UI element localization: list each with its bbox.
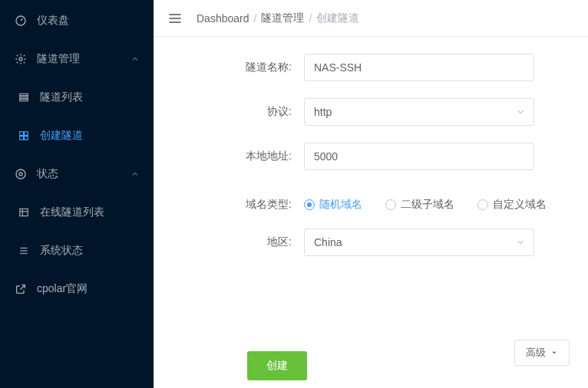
gauge-icon <box>14 14 28 28</box>
breadcrumb-sep: / <box>309 12 312 25</box>
chevron-up-icon <box>130 169 140 179</box>
sidebar-item-dashboard[interactable]: 仪表盘 <box>0 2 154 40</box>
radio-random-domain[interactable]: 随机域名 <box>304 198 362 212</box>
protocol-select[interactable]: http <box>304 98 534 126</box>
bars-icon <box>17 244 31 258</box>
svg-point-9 <box>16 169 25 179</box>
svg-rect-7 <box>20 136 24 140</box>
sidebar-item-online-tunnels[interactable]: 在线隧道列表 <box>0 193 154 232</box>
sidebar-item-cpolar-site[interactable]: cpolar官网 <box>0 270 154 308</box>
svg-rect-8 <box>25 136 28 140</box>
sidebar-label: 系统状态 <box>40 244 140 258</box>
circle-icon <box>14 167 28 181</box>
sidebar-item-system-status[interactable]: 系统状态 <box>0 232 154 270</box>
label-local-addr: 本地地址 <box>230 150 292 163</box>
domain-type-radios: 随机域名 二级子域名 自定义域名 <box>304 198 547 212</box>
svg-rect-5 <box>20 132 24 136</box>
sidebar-label: 隧道管理 <box>37 52 130 66</box>
caret-down-icon <box>550 349 558 357</box>
topbar: Dashboard / 隧道管理 / 创建隧道 <box>154 0 588 37</box>
gear-icon <box>14 52 28 66</box>
breadcrumb-item[interactable]: 隧道管理 <box>261 12 304 25</box>
breadcrumb-item[interactable]: Dashboard <box>197 12 249 25</box>
sidebar-item-status[interactable]: 状态 <box>0 155 154 193</box>
sidebar-label: 状态 <box>37 167 130 181</box>
form: 隧道名称 NAS-SSH 协议 http 本地地址 5000 域名类型 随机域名… <box>154 37 588 388</box>
svg-point-10 <box>19 173 22 176</box>
sidebar-label: cpolar官网 <box>37 282 140 296</box>
sidebar-item-create-tunnel[interactable]: 创建隧道 <box>0 117 154 155</box>
sidebar-label: 创建隧道 <box>40 129 140 143</box>
grid-icon <box>17 129 31 143</box>
sidebar: 仪表盘 隧道管理 隧道列表 创建隧道 状态 在线隧道列表 系统状态 cpolar… <box>0 0 154 388</box>
svg-rect-3 <box>20 97 28 98</box>
breadcrumb-sep: / <box>254 12 257 25</box>
breadcrumb-item: 创建隧道 <box>316 12 359 25</box>
label-region: 地区 <box>230 235 292 249</box>
radio-dot-icon <box>477 199 488 210</box>
svg-rect-11 <box>20 209 28 215</box>
list-icon <box>17 90 31 104</box>
svg-rect-4 <box>20 99 28 100</box>
chevron-down-icon <box>515 237 526 248</box>
table-icon <box>17 206 31 219</box>
advanced-button[interactable]: 高级 <box>514 340 570 366</box>
svg-point-1 <box>19 58 22 61</box>
region-select[interactable]: China <box>304 229 534 256</box>
svg-rect-2 <box>20 94 28 95</box>
create-button[interactable]: 创建 <box>247 351 307 380</box>
label-domain-type: 域名类型 <box>230 198 292 212</box>
label-protocol: 协议 <box>230 105 292 119</box>
sidebar-label: 隧道列表 <box>40 90 140 104</box>
tunnel-name-input[interactable]: NAS-SSH <box>304 54 534 81</box>
chevron-up-icon <box>130 54 140 64</box>
breadcrumb: Dashboard / 隧道管理 / 创建隧道 <box>197 12 359 25</box>
chevron-down-icon <box>515 107 526 117</box>
sidebar-label: 在线隧道列表 <box>40 206 140 219</box>
sidebar-item-tunnel-list[interactable]: 隧道列表 <box>0 78 154 117</box>
hamburger-icon[interactable] <box>167 11 183 26</box>
external-link-icon <box>14 282 28 296</box>
radio-dot-icon <box>385 199 396 210</box>
main: Dashboard / 隧道管理 / 创建隧道 隧道名称 NAS-SSH 协议 … <box>154 0 588 388</box>
advanced-wrap: 高级 <box>514 340 570 366</box>
sidebar-item-tunnel-mgmt[interactable]: 隧道管理 <box>0 40 154 78</box>
radio-custom-domain[interactable]: 自定义域名 <box>477 198 547 212</box>
label-tunnel-name: 隧道名称 <box>230 61 292 74</box>
radio-subdomain[interactable]: 二级子域名 <box>385 198 454 212</box>
local-addr-input[interactable]: 5000 <box>304 143 534 170</box>
sidebar-label: 仪表盘 <box>37 14 140 28</box>
radio-dot-icon <box>304 199 315 210</box>
svg-rect-6 <box>25 132 28 136</box>
